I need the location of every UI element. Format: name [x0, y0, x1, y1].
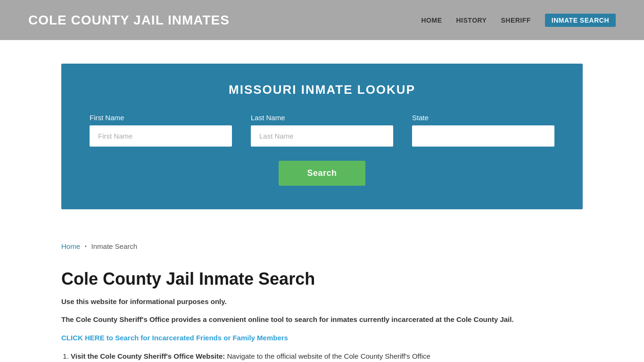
search-form-row: First Name Last Name State Missouri	[90, 114, 554, 147]
first-name-input[interactable]	[90, 125, 232, 147]
breadcrumb-current: Inmate Search	[91, 242, 138, 250]
steps-list: Visit the Cole County Sheriff's Office W…	[61, 350, 583, 362]
state-group: State Missouri	[412, 114, 554, 147]
state-label: State	[412, 114, 554, 122]
nav-home[interactable]: HOME	[421, 16, 442, 24]
main-nav: HOME HISTORY SHERIFF INMATE SEARCH	[421, 14, 616, 27]
last-name-group: Last Name	[251, 114, 393, 147]
nav-inmate-search[interactable]: INMATE SEARCH	[545, 14, 616, 27]
disclaimer-text: Use this website for informational purpo…	[61, 297, 583, 305]
breadcrumb: Home • Inmate Search	[0, 233, 644, 260]
inmate-search-section: MISSOURI INMATE LOOKUP First Name Last N…	[61, 64, 583, 209]
breadcrumb-home-link[interactable]: Home	[61, 242, 80, 250]
nav-sheriff[interactable]: SHERIFF	[501, 16, 530, 24]
page-heading: Cole County Jail Inmate Search	[61, 269, 583, 289]
breadcrumb-separator: •	[85, 244, 87, 249]
step-1: Visit the Cole County Sheriff's Office W…	[71, 350, 583, 362]
search-section-title: MISSOURI INMATE LOOKUP	[90, 82, 554, 97]
site-title: COLE COUNTY JAIL INMATES	[28, 13, 230, 28]
nav-history[interactable]: HISTORY	[456, 16, 487, 24]
step-1-label: Visit the Cole County Sheriff's Office W…	[71, 352, 225, 360]
first-name-label: First Name	[90, 114, 232, 122]
last-name-label: Last Name	[251, 114, 393, 122]
click-here-link[interactable]: CLICK HERE to Search for Incarcerated Fr…	[61, 334, 583, 342]
search-button-row: Search	[90, 161, 554, 186]
state-input[interactable]: Missouri	[412, 125, 554, 147]
main-content: Cole County Jail Inmate Search Use this …	[0, 260, 644, 362]
site-header: COLE COUNTY JAIL INMATES HOME HISTORY SH…	[0, 0, 644, 40]
last-name-input[interactable]	[251, 125, 393, 147]
step-1-text: Navigate to the official website of the …	[227, 352, 430, 360]
search-button[interactable]: Search	[279, 161, 365, 186]
first-name-group: First Name	[90, 114, 232, 147]
description-text: The Cole County Sheriff's Office provide…	[61, 314, 583, 325]
